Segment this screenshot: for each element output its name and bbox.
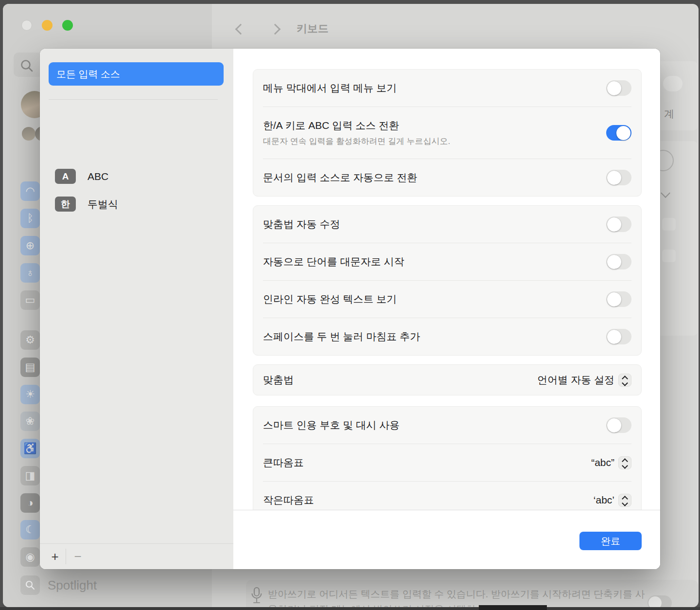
appearance-icon[interactable]: ◑ <box>20 493 40 513</box>
scrollbar[interactable] <box>697 38 699 597</box>
sheet-footer: 완료 <box>233 510 660 569</box>
setting-label: 문서의 입력 소스로 자동으로 전환 <box>263 171 417 184</box>
setting-row: 스페이스를 두 번 눌러 마침표 추가 <box>253 318 641 355</box>
setting-row: 작은따옴표 ‘abc’ <box>253 482 641 510</box>
setting-label: 스마트 인용 부호 및 대시 사용 <box>263 418 400 432</box>
input-sources-sheet: 모든 입력 소스 A ABC 한 두벌식 + − 메뉴 막대에서 입력 메뉴 보… <box>40 49 660 569</box>
chevron-up-down-icon <box>618 494 631 507</box>
show-input-menu-toggle[interactable] <box>606 80 631 96</box>
wifi-icon[interactable]: ◠ <box>20 181 40 201</box>
setting-label: 큰따옴표 <box>263 456 304 469</box>
sheet-content: 메뉴 막대에서 입력 메뉴 보기 한/A 키로 ABC 입력 소스 전환 대문자… <box>233 49 660 569</box>
screen-saver-icon[interactable]: ☾ <box>20 520 40 539</box>
spelling-card: 맞춤법 언어별 자동 설정 <box>253 364 642 395</box>
dictation-description: 받아쓰기로 어디서든 텍스트를 입력할 수 있습니다. 받아쓰기를 시작하려면 … <box>268 587 647 607</box>
smart-quotes-card: 스마트 인용 부호 및 대시 사용 큰따옴표 “abc” 작은따옴표 ‘abc’ <box>253 406 642 510</box>
background-toggle-fragment <box>663 76 682 91</box>
siri-icon[interactable]: ◉ <box>20 547 40 567</box>
zoom-button[interactable] <box>62 20 73 31</box>
sidebar-item-all-input-sources[interactable]: 모든 입력 소스 <box>49 62 224 86</box>
single-quote-select[interactable]: ‘abc’ <box>594 494 631 507</box>
sheet-sidebar: 모든 입력 소스 A ABC 한 두벌식 + − <box>40 49 233 569</box>
vpn-icon[interactable]: ♁ <box>20 263 40 283</box>
autocorrect-toggle[interactable] <box>606 216 631 232</box>
dictation-toggle[interactable] <box>648 595 672 607</box>
accessibility-icon[interactable]: ♿ <box>20 439 40 458</box>
inline-predictions-toggle[interactable] <box>606 291 631 307</box>
close-button[interactable] <box>21 20 32 31</box>
double-quote-select[interactable]: “abc” <box>591 456 631 469</box>
double-space-period-toggle[interactable] <box>606 329 631 344</box>
setting-row: 인라인 자동 완성 텍스트 보기 <box>253 281 641 318</box>
smart-quotes-toggle[interactable] <box>606 417 631 433</box>
sidebar-item-spotlight[interactable]: Spotlight <box>48 578 97 593</box>
battery-icon[interactable]: ▭ <box>20 290 40 310</box>
back-button[interactable] <box>235 24 246 35</box>
displays-icon[interactable]: ☀ <box>20 385 40 404</box>
desktop-edge <box>0 607 700 610</box>
family-avatar[interactable] <box>22 127 35 141</box>
search-icon <box>19 58 34 73</box>
setting-label: 맞춤법 <box>263 373 294 387</box>
input-menu-card: 메뉴 막대에서 입력 메뉴 보기 한/A 키로 ABC 입력 소스 전환 대문자… <box>253 69 642 197</box>
minimize-button[interactable] <box>42 20 52 31</box>
add-input-source-button[interactable]: + <box>44 544 66 569</box>
desktop-edge <box>479 605 547 610</box>
page-title: 키보드 <box>297 21 329 36</box>
setting-row: 문서의 입력 소스로 자동으로 전환 <box>253 159 641 196</box>
forward-button[interactable] <box>270 24 281 35</box>
network-icon[interactable]: ⊕ <box>20 236 40 255</box>
setting-row: 메뉴 막대에서 입력 메뉴 보기 <box>253 70 641 107</box>
setting-label: 한/A 키로 ABC 입력 소스 전환 <box>263 119 450 132</box>
typing-card: 맞춤법 자동 수정 자동으로 단어를 대문자로 시작 인라인 자동 완성 텍스트… <box>253 205 642 356</box>
menu-bar-icon[interactable]: ▤ <box>20 358 40 377</box>
spelling-select[interactable]: 언어별 자동 설정 <box>537 373 631 387</box>
sidebar-item-abc[interactable]: A ABC <box>55 169 108 184</box>
setting-label: 작은따옴표 <box>263 493 314 507</box>
setting-row: 큰따옴표 “abc” <box>253 444 641 481</box>
wallpaper-icon[interactable]: ❀ <box>20 412 40 431</box>
background-badge-fragment <box>662 218 676 231</box>
setting-label: 스페이스를 두 번 눌러 마침표 추가 <box>263 330 420 343</box>
auto-capitalize-toggle[interactable] <box>606 254 631 269</box>
setting-row: 한/A 키로 ABC 입력 소스 전환 대문자 연속 입력을 활성화하려면 길게… <box>253 107 641 159</box>
sidebar-footer: + − <box>40 544 233 569</box>
done-button[interactable]: 완료 <box>579 532 642 550</box>
input-source-badge: A <box>55 169 76 184</box>
background-badge-fragment <box>662 250 676 262</box>
microphone-icon <box>250 587 263 606</box>
spotlight-icon[interactable] <box>20 575 40 595</box>
input-source-badge: 한 <box>55 197 76 212</box>
setting-row: 스마트 인용 부호 및 대시 사용 <box>253 407 641 444</box>
control-center-icon[interactable]: ◨ <box>20 466 40 485</box>
chevron-up-down-icon <box>618 374 631 387</box>
background-text-fragment: 계 <box>664 107 674 121</box>
divider <box>49 99 218 100</box>
settings-scroll-area[interactable]: 메뉴 막대에서 입력 메뉴 보기 한/A 키로 ABC 입력 소스 전환 대문자… <box>233 49 660 510</box>
auto-switch-document-source-toggle[interactable] <box>606 170 631 185</box>
sidebar-item-dubeolsik[interactable]: 한 두벌식 <box>55 197 118 212</box>
setting-row: 맞춤법 자동 수정 <box>253 206 641 243</box>
chevron-up-down-icon <box>618 456 631 469</box>
han-a-key-switch-toggle[interactable] <box>606 125 631 141</box>
setting-row: 맞춤법 언어별 자동 설정 <box>253 365 641 395</box>
setting-label: 맞춤법 자동 수정 <box>263 217 340 231</box>
general-icon[interactable]: ⚙ <box>20 330 40 350</box>
background-card-fragment <box>656 61 698 130</box>
bluetooth-icon[interactable]: ᛒ <box>20 209 40 228</box>
remove-input-source-button[interactable]: − <box>67 544 88 569</box>
setting-row: 자동으로 단어를 대문자로 시작 <box>253 243 641 280</box>
setting-subtitle: 대문자 연속 입력을 활성화하려면 길게 누르십시오. <box>263 136 450 147</box>
divider <box>66 549 66 564</box>
setting-label: 인라인 자동 완성 텍스트 보기 <box>263 292 397 306</box>
setting-label: 메뉴 막대에서 입력 메뉴 보기 <box>263 81 397 95</box>
setting-label: 자동으로 단어를 대문자로 시작 <box>263 255 404 269</box>
